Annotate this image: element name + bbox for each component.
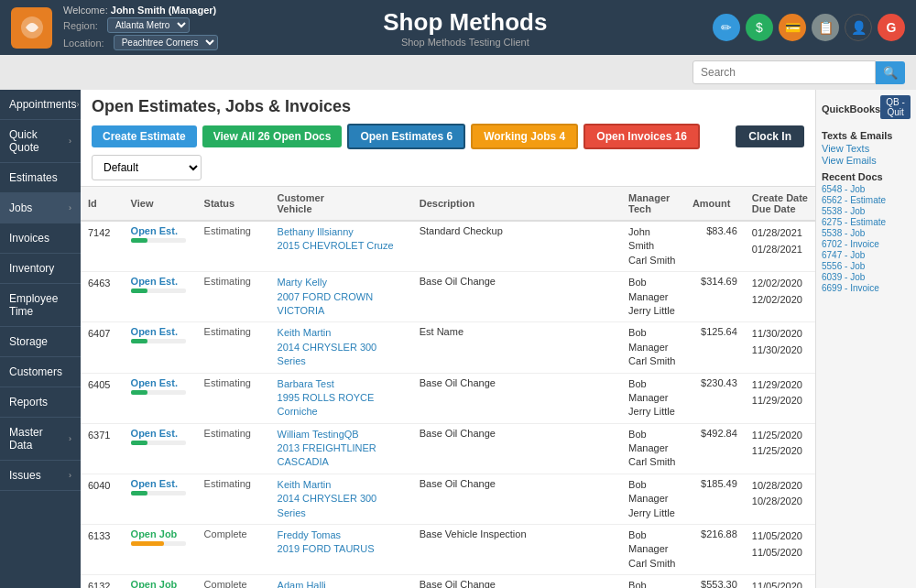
customer-name[interactable]: Keith Martin [278, 326, 405, 340]
sidebar-item-inventory[interactable]: Inventory [0, 254, 81, 284]
customer-name[interactable]: William TestingQB [278, 428, 405, 441]
app-subtitle: Shop Methods Testing Client [218, 37, 713, 48]
progress-bar [131, 541, 164, 546]
qb-view-emails-link[interactable]: View Emails [822, 155, 911, 166]
cell-dates: 11/29/2020 11/29/2020 [745, 373, 815, 423]
view-link[interactable]: Open Job [131, 528, 178, 539]
search-button[interactable]: 🔍 [876, 61, 905, 84]
cell-amount: $185.49 [685, 474, 745, 524]
region-select[interactable]: Atlanta Metro [107, 17, 190, 33]
arrow-icon-jobs: › [69, 203, 71, 212]
search-input[interactable] [692, 60, 876, 84]
view-link[interactable]: Open Est. [131, 428, 178, 439]
view-link[interactable]: Open Est. [131, 377, 178, 388]
col-view: View [124, 187, 197, 221]
progress-bar-wrap [131, 289, 186, 293]
working-jobs-button[interactable]: Working Jobs 4 [471, 124, 578, 149]
sidebar-item-customers[interactable]: Customers [0, 357, 81, 387]
location-label: Location: [63, 38, 104, 49]
qb-recent-docs-section: Recent Docs 6548 - Job6562 - Estimate553… [822, 171, 911, 293]
cell-view: Open Est. [124, 474, 197, 524]
qb-doc-link[interactable]: 5538 - Job [822, 206, 911, 216]
vehicle-text: 2014 CHRYSLER 300 Series [278, 492, 405, 520]
qb-doc-link[interactable]: 6548 - Job [822, 184, 911, 194]
cell-status: Estimating [197, 474, 270, 524]
cell-description: Base Oil Change [412, 373, 621, 423]
customer-name[interactable]: Bethany Illsianny [278, 225, 405, 239]
cell-description: Base Oil Change [412, 575, 621, 588]
open-estimates-button[interactable]: Open Estimates 6 [347, 124, 465, 149]
sidebar-item-quick-quote[interactable]: Quick Quote › [0, 120, 81, 163]
cell-amount: $83.46 [685, 221, 745, 272]
cell-customer-vehicle: Keith Martin 2014 CHRYSLER 300 Series [270, 474, 412, 524]
card-icon-button[interactable]: 💳 [779, 14, 806, 41]
arrow-icon-quick-quote: › [69, 136, 71, 146]
g-icon-button[interactable]: G [878, 14, 905, 41]
create-date: 11/29/2020 [752, 377, 808, 394]
qb-doc-link[interactable]: 6039 - Job [822, 272, 911, 282]
cell-status: Complete [197, 575, 270, 588]
view-link[interactable]: Open Job [131, 579, 178, 588]
create-estimate-button[interactable]: Create Estimate [92, 125, 197, 147]
cell-manager-tech: Bob Manager Carl Smith [621, 575, 685, 588]
view-link[interactable]: Open Est. [131, 326, 178, 337]
dollar-icon-button[interactable]: $ [746, 14, 773, 41]
cell-manager-tech: Bob Manager Jerry Little [621, 373, 685, 423]
customer-name[interactable]: Barbara Test [278, 377, 405, 391]
sidebar-item-issues[interactable]: Issues › [0, 461, 81, 491]
sidebar-item-estimates[interactable]: Estimates [0, 163, 81, 193]
view-link[interactable]: Open Est. [131, 276, 178, 287]
cell-view: Open Est. [124, 423, 197, 474]
cell-id: 6371 [81, 423, 124, 474]
view-link[interactable]: Open Est. [131, 225, 178, 236]
tech-text: Jerry Little [628, 506, 678, 520]
qb-doc-link[interactable]: 6275 - Estimate [822, 217, 911, 227]
status-text: Estimating [204, 326, 251, 337]
person-icon-button[interactable]: 👤 [845, 14, 872, 41]
clock-in-button[interactable]: Clock In [736, 125, 804, 147]
qb-view-texts-link[interactable]: View Texts [822, 143, 911, 154]
calendar-icon-button[interactable]: 📋 [812, 14, 839, 41]
view-all-button[interactable]: View All 26 Open Docs [202, 125, 343, 147]
customer-name[interactable]: Adam Halli [278, 579, 405, 588]
tech-text: Jerry Little [628, 405, 678, 419]
progress-bar-wrap [131, 390, 186, 395]
col-manager-tech: ManagerTech [621, 187, 685, 221]
cell-dates: 10/28/2020 10/28/2020 [745, 474, 815, 524]
qb-doc-link[interactable]: 6702 - Invoice [822, 239, 911, 249]
sidebar-item-reports[interactable]: Reports [0, 387, 81, 418]
sidebar-item-master-data[interactable]: Master Data › [0, 418, 81, 461]
sidebar-item-jobs[interactable]: Jobs › [0, 193, 81, 223]
sidebar-item-storage[interactable]: Storage [0, 327, 81, 357]
open-invoices-button[interactable]: Open Invoices 16 [583, 124, 700, 149]
search-wrap: 🔍 [692, 60, 905, 84]
cell-id: 6132 [81, 575, 124, 588]
sidebar-item-appointments[interactable]: Appointments › [0, 90, 81, 120]
cell-id: 6407 [81, 322, 124, 373]
vehicle-text: 2013 FREIGHTLINER CASCADIA [278, 441, 405, 470]
location-select[interactable]: Peachtree Corners [114, 35, 218, 50]
cell-status: Estimating [197, 322, 270, 373]
view-link[interactable]: Open Est. [131, 478, 178, 489]
qb-quit-button[interactable]: QB - Quit [880, 95, 911, 119]
customer-name[interactable]: Marty Kelly [278, 276, 405, 289]
qb-doc-link[interactable]: 6699 - Invoice [822, 283, 911, 293]
app-header: Welcome: John Smith (Manager) Region: At… [0, 0, 916, 55]
due-date: 11/29/2020 [752, 393, 808, 409]
cell-amount: $553.30 [685, 575, 745, 588]
progress-bar [131, 339, 147, 343]
customer-name[interactable]: Keith Martin [278, 478, 405, 492]
sidebar-item-employee-time[interactable]: Employee Time [0, 284, 81, 327]
arrow-icon-issues: › [69, 471, 71, 480]
customer-name[interactable]: Freddy Tomas [278, 528, 405, 542]
qb-doc-link[interactable]: 5538 - Job [822, 228, 911, 238]
pencil-icon-button[interactable]: ✏ [713, 14, 740, 41]
cell-manager-tech: John Smith Carl Smith [621, 221, 685, 272]
table-row: 6405 Open Est. Estimating Barbara Test 1… [81, 373, 815, 423]
qb-doc-link[interactable]: 5556 - Job [822, 261, 911, 271]
qb-doc-link[interactable]: 6562 - Estimate [822, 195, 911, 205]
qb-doc-link[interactable]: 6747 - Job [822, 250, 911, 260]
due-date: 01/28/2021 [752, 242, 808, 258]
sidebar-item-invoices[interactable]: Invoices [0, 223, 81, 254]
default-select[interactable]: Default [92, 155, 202, 180]
